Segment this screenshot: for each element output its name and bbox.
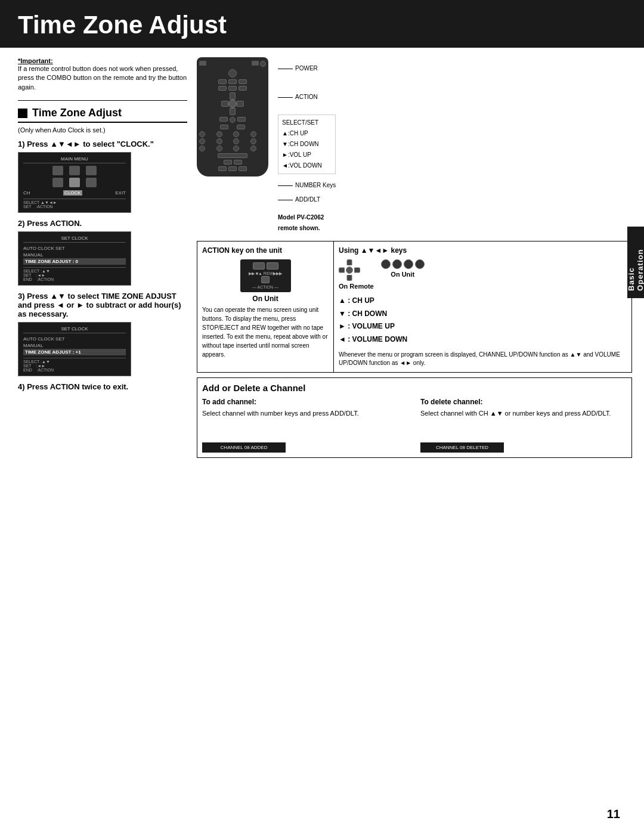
- menu-footer-1: SELECT ▲▼◄► SET :ACTION: [23, 199, 126, 209]
- lang-icon: [86, 166, 97, 175]
- cs-right: [354, 268, 360, 273]
- ch-up-btn[interactable]: [219, 117, 228, 122]
- stop-btn[interactable]: [218, 86, 227, 91]
- action-btn[interactable]: [230, 117, 236, 123]
- record-btn[interactable]: [228, 86, 237, 91]
- timezone-row-1: TIME ZONE ADJUST : 0: [23, 258, 126, 265]
- btn-9[interactable]: [199, 145, 205, 151]
- ch-up-func: ▲ : CH UP: [339, 295, 627, 308]
- action-key-title: ACTION key on the unit: [202, 246, 329, 255]
- keys-note: Whenever the menu or program screen is d…: [339, 351, 627, 367]
- left-btn[interactable]: [221, 101, 228, 107]
- ch-icon: [52, 178, 63, 187]
- step-4: 4) Press ACTION twice to exit.: [18, 382, 187, 391]
- side-tab: Basic Operation: [627, 227, 644, 298]
- add-delete-box: Add or Delete a Channel To add channel: …: [197, 377, 632, 458]
- btn-0[interactable]: [216, 145, 222, 151]
- power-label: POWER: [295, 63, 318, 74]
- eject-btn[interactable]: [199, 61, 206, 66]
- extra-btn-1[interactable]: [224, 160, 232, 165]
- using-keys-box: Using ▲▼◄► keys: [334, 241, 632, 373]
- menu-title-1: MAIN MENU: [23, 156, 126, 163]
- btn-3[interactable]: [233, 131, 239, 137]
- rew-unit-btn[interactable]: [267, 262, 278, 270]
- add-text: Select channel with number keys and pres…: [202, 408, 408, 419]
- menu-icons: [23, 166, 126, 175]
- vol-down-btn[interactable]: [237, 125, 245, 129]
- remote-control: [197, 57, 268, 176]
- extra-btn-3[interactable]: [218, 166, 227, 171]
- rew-btn[interactable]: [218, 79, 227, 84]
- clock-icon: [69, 178, 80, 187]
- light-btn[interactable]: [252, 61, 259, 66]
- stop-eject-btn[interactable]: [253, 262, 265, 270]
- section-subtitle: (Only when Auto Clock is set.): [18, 126, 187, 134]
- right-btn[interactable]: [237, 101, 244, 107]
- add-title: To add channel:: [202, 398, 408, 406]
- play-btn[interactable]: [228, 79, 237, 84]
- step-2: 2) Press ACTION. SET CLOCK AUTO CLOCK SE…: [18, 219, 187, 286]
- set-clock-title-2: SET CLOCK: [23, 326, 126, 333]
- bottom-boxes: ACTION key on the unit ▶▶ ■▲ REW▶▶▶ — AC…: [197, 241, 632, 373]
- cs-left: [339, 268, 345, 273]
- vol-up-btn[interactable]: [237, 117, 246, 122]
- nk-1: [381, 259, 391, 269]
- btn-2[interactable]: [216, 131, 222, 137]
- manual-row: MANUAL: [23, 252, 126, 258]
- remote-top-row: [199, 61, 266, 67]
- number-keys-label: NUMBER Keys: [278, 180, 336, 191]
- step-3: 3) Press ▲▼ to select TIME ZONE ADJUST a…: [18, 292, 187, 376]
- nk-4: [415, 259, 425, 269]
- ua-label-2: — ACTION —: [243, 285, 288, 289]
- delete-text: Select channel with CH ▲▼ or number keys…: [420, 408, 627, 419]
- pause-btn[interactable]: [239, 86, 247, 91]
- cross-pad[interactable]: [221, 92, 244, 115]
- top-btn-group: [252, 61, 266, 67]
- ff-btn[interactable]: [239, 79, 247, 84]
- btn-plus[interactable]: [233, 145, 239, 151]
- btn-4[interactable]: [250, 131, 256, 137]
- set-clock-box-1: SET CLOCK AUTO CLOCK SET MANUAL TIME ZON…: [18, 231, 131, 286]
- cs-up: [347, 259, 352, 265]
- vcr-icon: [69, 166, 80, 175]
- down-btn[interactable]: [230, 108, 236, 115]
- delete-channel-col: To delete channel: Select channel with C…: [420, 398, 627, 453]
- vol-up-func: ► : VOLUME UP: [339, 320, 627, 333]
- nk-2: [392, 259, 402, 269]
- delete-title: To delete channel:: [420, 398, 627, 406]
- center-btn[interactable]: [228, 100, 237, 108]
- btn-1[interactable]: [199, 131, 205, 137]
- up-btn[interactable]: [230, 92, 236, 100]
- action-unit-btn[interactable]: [261, 276, 270, 283]
- channel-added-display: CHANNEL 08 ADDED: [202, 442, 286, 453]
- action-key-description: You can operate the menu screen using un…: [202, 305, 329, 359]
- btn-6[interactable]: [216, 138, 222, 144]
- btn-minus[interactable]: [250, 145, 256, 151]
- extra-btn-2[interactable]: [234, 160, 242, 165]
- step-3-title: 3) Press ▲▼ to select TIME ZONE ADJUST a…: [18, 292, 187, 318]
- on-unit-label-keys: On Unit: [381, 271, 425, 278]
- extra-btn-4[interactable]: [228, 166, 237, 171]
- ua-row-1: [243, 262, 288, 270]
- left-column: *Important: If a remote control button d…: [18, 57, 197, 458]
- spacer: [230, 125, 235, 129]
- page-header: Time Zone Adjust: [0, 0, 644, 48]
- keys-diagrams-row: On Remote On Unit: [339, 259, 627, 290]
- section-title: Time Zone Adjust: [18, 107, 187, 123]
- model-label: Model PV-C2062 remote shown.: [278, 212, 336, 234]
- select-set-label: SELECT/SET: [282, 117, 332, 128]
- extra-btn-5[interactable]: [239, 166, 247, 171]
- power-row: [199, 69, 266, 78]
- btn-5[interactable]: [199, 138, 205, 144]
- action-label: ACTION: [295, 92, 318, 103]
- power-btn[interactable]: [228, 69, 237, 78]
- exit-icon: [86, 178, 97, 187]
- play-controls-row: [199, 79, 266, 84]
- add-dlt-btn[interactable]: [218, 153, 247, 158]
- power-btn-top[interactable]: [260, 61, 266, 67]
- btn-8[interactable]: [250, 138, 256, 144]
- btn-7[interactable]: [233, 138, 239, 144]
- add-delete-title: Add or Delete a Channel: [202, 383, 627, 393]
- ch-down-btn[interactable]: [220, 125, 228, 129]
- action-key-box: ACTION key on the unit ▶▶ ■▲ REW▶▶▶ — AC…: [197, 241, 334, 373]
